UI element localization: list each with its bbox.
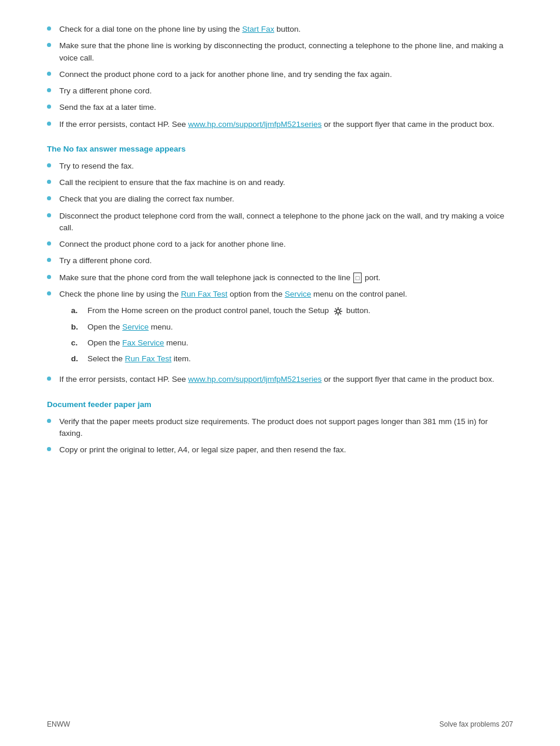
list-item-last: If the error persists, contact HP. See w… <box>47 374 513 385</box>
run-fax-test-link-1[interactable]: Run Fax Test <box>181 290 227 298</box>
list-item: Make sure that the phone cord from the w… <box>47 272 513 284</box>
bullet-dot <box>47 377 51 381</box>
no-fax-answer-section: The No fax answer message appears Try to… <box>47 145 513 386</box>
sub-step-a: a. From the Home screen on the product c… <box>71 305 407 317</box>
bullet-dot <box>47 213 51 217</box>
list-item: Call the recipient to ensure that the fa… <box>47 177 513 189</box>
bullet-dot <box>47 419 51 423</box>
initial-bullet-list: Check for a dial tone on the phone line … <box>47 23 513 130</box>
list-item: Check that you are dialing the correct f… <box>47 193 513 205</box>
list-item: Send the fax at a later time. <box>47 102 513 113</box>
start-fax-link[interactable]: Start Fax <box>242 25 274 33</box>
bullet-dot <box>47 26 51 31</box>
sub-label-a: a. <box>71 305 83 317</box>
list-item: Connect the product phone cord to a jack… <box>47 238 513 250</box>
no-fax-answer-list: Try to resend the fax. Call the recipien… <box>47 160 513 386</box>
sub-label-b: b. <box>71 321 83 333</box>
bullet-dot <box>47 88 51 92</box>
list-item: Try to resend the fax. <box>47 160 513 172</box>
setup-icon <box>332 305 344 317</box>
service-link-1[interactable]: Service <box>285 290 311 298</box>
list-item: Disconnect the product telephone cord fr… <box>47 210 513 234</box>
list-item-run-fax: Check the phone line by using the Run Fa… <box>47 288 513 369</box>
svg-line-6 <box>340 313 341 314</box>
footer-right: Solve fax problems 207 <box>440 720 513 728</box>
bullet-dot <box>47 72 51 76</box>
bullet-dot <box>47 241 51 246</box>
page-footer: ENWW Solve fax problems 207 <box>47 720 513 728</box>
list-item: If the error persists, contact HP. See w… <box>47 119 513 130</box>
initial-section: Check for a dial tone on the phone line … <box>47 23 513 130</box>
svg-line-8 <box>335 313 336 314</box>
fax-service-link[interactable]: Fax Service <box>122 338 164 347</box>
list-item: Try a different phone cord. <box>47 85 513 97</box>
list-item: Connect the product phone cord to a jack… <box>47 69 513 80</box>
bullet-dot <box>47 43 51 47</box>
svg-line-5 <box>335 308 336 310</box>
sub-step-d: d. Select the Run Fax Test item. <box>71 353 407 365</box>
sub-label-d: d. <box>71 353 83 365</box>
footer-left: ENWW <box>47 720 70 728</box>
sub-steps-list: a. From the Home screen on the product c… <box>71 305 407 365</box>
sub-step-b: b. Open the Service menu. <box>71 321 407 333</box>
bullet-dot <box>47 163 51 167</box>
svg-line-7 <box>340 308 341 310</box>
sub-label-c: c. <box>71 337 83 349</box>
document-feeder-heading: Document feeder paper jam <box>47 400 513 409</box>
document-feeder-list: Verify that the paper meets product size… <box>47 416 513 456</box>
document-feeder-section: Document feeder paper jam Verify that th… <box>47 400 513 456</box>
list-item: Try a different phone cord. <box>47 255 513 267</box>
sub-step-c: c. Open the Fax Service menu. <box>71 337 407 349</box>
bullet-dot <box>47 275 51 279</box>
bullet-dot <box>47 122 51 126</box>
no-fax-answer-heading: The No fax answer message appears <box>47 145 513 153</box>
list-item: Verify that the paper meets product size… <box>47 416 513 440</box>
hp-support-link-1[interactable]: www.hp.com/support/ljmfpM521series <box>188 120 322 129</box>
svg-point-0 <box>336 310 340 313</box>
bullet-dot <box>47 180 51 184</box>
bullet-dot <box>47 196 51 200</box>
list-item: Check for a dial tone on the phone line … <box>47 23 513 35</box>
bullet-dot <box>47 291 51 295</box>
bullet-dot <box>47 258 51 262</box>
bullet-dot <box>47 447 51 451</box>
list-item: Make sure that the phone line is working… <box>47 40 513 64</box>
hp-support-link-2[interactable]: www.hp.com/support/ljmfpM521series <box>188 375 322 384</box>
run-fax-test-link-2[interactable]: Run Fax Test <box>125 354 171 363</box>
list-item: Copy or print the original to letter, A4… <box>47 444 513 456</box>
line-port-icon: □ <box>353 273 362 284</box>
service-link-2[interactable]: Service <box>122 322 149 331</box>
bullet-dot <box>47 105 51 109</box>
